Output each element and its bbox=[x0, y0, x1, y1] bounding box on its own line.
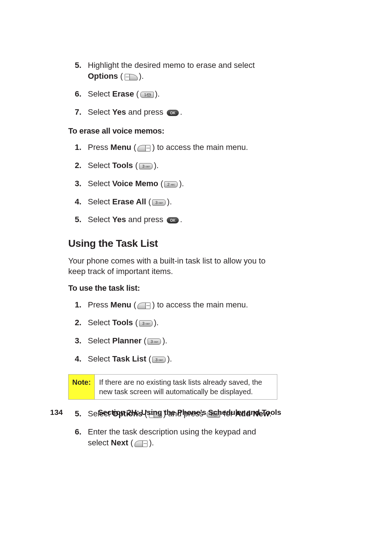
step-bold: Yes bbox=[112, 215, 126, 224]
step-item: 4.Select Erase All (). bbox=[68, 196, 277, 209]
step-bold: Voice Memo bbox=[112, 179, 158, 188]
key-3-icon bbox=[139, 319, 153, 330]
step-number: 2. bbox=[75, 317, 81, 328]
step-number: 6. bbox=[75, 89, 81, 99]
step-number: 6. bbox=[75, 426, 81, 437]
key-2-icon bbox=[164, 180, 178, 191]
softkey-left-icon bbox=[134, 440, 148, 450]
key-1-icon bbox=[140, 91, 154, 102]
step-item: 5.Select Yes and press . bbox=[68, 214, 277, 227]
intro-paragraph: Your phone comes with a built-in task li… bbox=[68, 256, 277, 277]
step-number: 4. bbox=[75, 196, 81, 207]
step-bold: Menu bbox=[110, 143, 131, 152]
step-bold: Options bbox=[88, 72, 118, 81]
step-number: 7. bbox=[75, 107, 81, 118]
key-3-icon bbox=[152, 356, 166, 367]
step-number: 3. bbox=[75, 178, 81, 189]
step-item: 2.Select Tools (). bbox=[68, 160, 277, 173]
step-number: 2. bbox=[75, 160, 81, 171]
key-3-icon bbox=[139, 162, 153, 173]
step-number: 1. bbox=[75, 142, 81, 153]
content-area: 5.Highlight the desired memo to erase an… bbox=[68, 60, 277, 456]
step-bold: Erase bbox=[112, 89, 134, 98]
steps-task-1: 1.Press Menu () to access the main menu.… bbox=[68, 299, 277, 367]
note-label: Note: bbox=[69, 375, 95, 399]
step-bold: Next bbox=[111, 438, 128, 447]
step-item: 5.Highlight the desired memo to erase an… bbox=[68, 60, 277, 83]
step-number: 3. bbox=[75, 335, 81, 346]
subhead-erase-all: To erase all voice memos: bbox=[68, 126, 277, 136]
page-number: 134 bbox=[50, 408, 98, 417]
step-item: 6.Select Erase (). bbox=[68, 89, 277, 102]
step-bold: Menu bbox=[110, 300, 131, 309]
step-number: 5. bbox=[75, 214, 81, 225]
step-number: 5. bbox=[75, 60, 81, 71]
ok-key-icon bbox=[166, 109, 179, 120]
step-item: 3.Select Planner (). bbox=[68, 335, 277, 348]
ok-key-icon bbox=[166, 216, 179, 227]
step-item: 1.Press Menu () to access the main menu. bbox=[68, 299, 277, 313]
step-bold: Planner bbox=[112, 336, 142, 345]
step-bold: Task List bbox=[112, 354, 146, 363]
step-item: 7.Select Yes and press . bbox=[68, 107, 277, 120]
step-bold: Tools bbox=[112, 161, 133, 170]
step-number: 1. bbox=[75, 299, 81, 310]
page-footer: 134 Section 2H: Using the Phone's Schedu… bbox=[50, 408, 282, 417]
steps-top: 5.Highlight the desired memo to erase an… bbox=[68, 60, 277, 120]
section-title: Using the Task List bbox=[68, 237, 277, 250]
step-bold: Yes bbox=[112, 107, 126, 117]
step-item: 1.Press Menu () to access the main menu. bbox=[68, 142, 277, 155]
footer-section: Section 2H: Using the Phone's Scheduler … bbox=[98, 408, 281, 417]
subhead-use-task: To use the task list: bbox=[68, 283, 277, 294]
step-item: 3.Select Voice Memo (). bbox=[68, 178, 277, 191]
step-item: 4.Select Task List (). bbox=[68, 354, 277, 367]
step-item: 2.Select Tools (). bbox=[68, 317, 277, 330]
note-box: Note: If there are no existing task list… bbox=[68, 374, 277, 400]
step-item: 6.Enter the task description using the k… bbox=[68, 426, 277, 450]
step-bold: Tools bbox=[112, 318, 133, 327]
softkey-left-icon bbox=[137, 302, 151, 313]
key-3-icon bbox=[152, 199, 166, 209]
step-number: 4. bbox=[75, 354, 81, 364]
key-3-icon bbox=[147, 338, 162, 348]
softkey-right-icon bbox=[124, 73, 138, 84]
manual-page: 5.Highlight the desired memo to erase an… bbox=[0, 0, 392, 543]
steps-erase-all: 1.Press Menu () to access the main menu.… bbox=[68, 142, 277, 227]
note-body: If there are no existing task lists alre… bbox=[95, 375, 277, 399]
step-bold: Erase All bbox=[112, 197, 146, 206]
softkey-left-icon bbox=[137, 144, 151, 155]
